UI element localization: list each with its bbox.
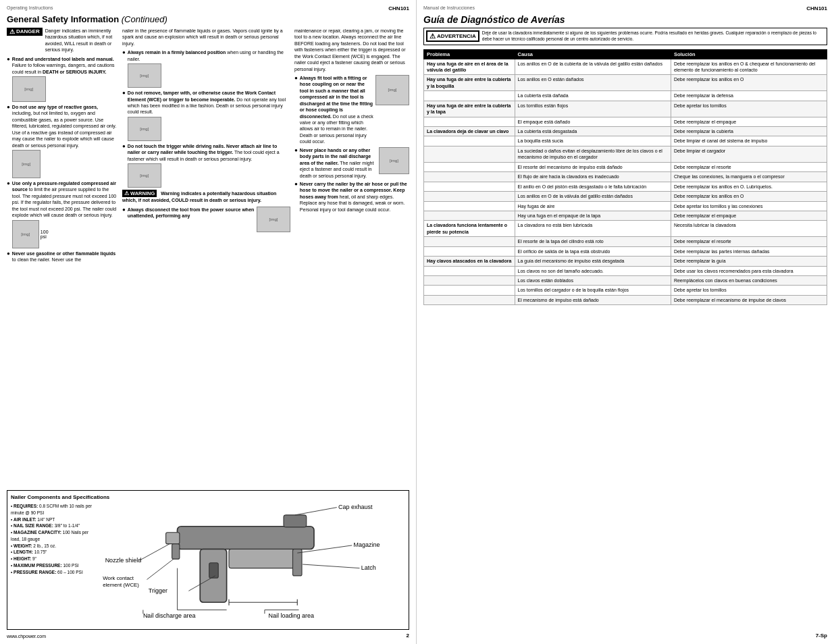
safety-image-4: [img] [128,63,161,88]
svg-rect-3 [209,563,219,579]
cell-problema [424,295,515,304]
list-item: ● Read and understand tool labels and ma… [7,56,118,102]
svg-rect-5 [172,544,180,560]
cell-solucion: Debe usar los clavos recomendados para e… [671,266,827,275]
cell-solucion: Debe reemplazar las partes internas daña… [671,246,827,256]
cell-problema [424,162,515,171]
table-row: Hay una fuga de aire entre la cubierta y… [424,75,827,91]
cell-problema [424,91,515,101]
diag-title: Guía de Diagnóstico de Averías [423,14,827,25]
cell-causa: La cubierta está desgastada [515,127,671,136]
cell-problema [424,286,515,295]
cell-problema [424,237,515,246]
pressure-image-area: [img] 100psi [12,220,118,248]
safety-image-3: [img] [12,220,39,248]
list-item: ● Do not remove, tamper with, or otherwi… [122,90,290,141]
cell-causa: La clavadora no está bien lubricada [515,221,671,237]
nailer-diagram: Cap exhaust Nozzle shield Trigger Work c… [101,503,405,626]
cell-solucion: Reemplácelos con clavos en buenas condic… [671,276,827,286]
danger-box: DANGER Danger indicates an imminently ha… [7,28,118,53]
cell-causa: El empaque está dañado [515,117,671,126]
cell-problema: Hay una fuga de aire entre la cubierta y… [424,75,515,91]
svg-text:Cap exhaust: Cap exhaust [338,504,373,510]
cell-solucion: Cheque las conexiones, la manguera o el … [671,172,827,182]
warning-label: WARNING [122,190,157,197]
right-header-label: Manual de Instrucciones [423,5,475,10]
advertencia-box: ADVERTENCIA Deje de usar la clavadora in… [423,28,827,45]
cell-causa: El anillo en O del pistón está desgastad… [515,182,671,191]
list-item: ● Always disconnect the tool from the po… [122,207,290,232]
cell-solucion: Debe reemplazar el resorte [671,162,827,171]
list-item: • LENGTH: 10.75" [11,549,99,556]
cell-causa: Los clavos no son del tamaño adecuado. [515,266,671,275]
warning-block: WARNING Warning indicates a potentially … [122,190,290,203]
svg-text:Work contact: Work contact [103,575,134,581]
cell-solucion: Debe apretar los tornillos [671,101,827,117]
cell-problema [424,201,515,211]
cell-problema [424,276,515,286]
list-item: • REQUIRES: 0.8 SCFM with 10 nails per m… [11,503,99,516]
cell-solucion: Debe reemplazar los anillos en O. Lubríq… [671,182,827,191]
left-col1: DANGER Danger indicates an imminently ha… [7,28,118,486]
svg-text:Magazine: Magazine [354,541,380,548]
list-item: • MAGAZINE CAPACITY: 100 Nails per load,… [11,529,99,543]
svg-rect-0 [178,527,315,549]
cell-solucion: Debe reemplazar los anillos en O [671,75,827,91]
nailer-section-title: Nailer Components and Specifications [11,494,405,500]
cell-causa: Los anillos en O de la válvula del gatil… [515,192,671,201]
list-item: ● Always fit tool with a fitting or hose… [294,75,409,145]
right-panel: Manual de Instrucciones CHN101 Guía de D… [417,0,834,644]
cell-problema [424,136,515,146]
svg-line-29 [303,564,359,568]
cell-problema: Hay una fuga de aire en el área de la vá… [424,59,515,75]
left-section-title: General Safety Information (Continued) [7,14,409,26]
list-item: ● Do not use any type of reactive gases,… [7,104,118,178]
svg-line-13 [139,544,170,561]
table-row: La clavadora deja de clavar un clavoLa c… [424,127,827,136]
nailer-content: • REQUIRES: 0.8 SCFM with 10 nails per m… [11,503,405,626]
table-row: La boquilla está suciaDebe limpiar el ca… [424,136,827,146]
table-row: Hay clavos atascados en la clavadoraLa g… [424,257,827,266]
cell-solucion: Debe limpiar el cargador [671,146,827,162]
left-col3: maintenance or repair, clearing a jam, o… [294,28,409,486]
table-row: La cubierta está dañadaDebe reemplazar l… [424,91,827,101]
list-item: • PRESSURE RANGE: 60 – 100 PSI [11,569,99,576]
table-row: El resorte de la tapa del cilindro está … [424,237,827,246]
table-header-causa: Causa [515,49,671,59]
cell-solucion: Debe apretar los tornillos [671,286,827,295]
cell-causa: Hay fugas de aire [515,201,671,211]
cell-causa: La cubierta está dañada [515,91,671,101]
safety-image-8: [img] [375,75,409,105]
cell-causa: El resorte de la tapa del cilindro está … [515,237,671,246]
table-row: El orificio de salida de la tapa está ob… [424,246,827,256]
left-col2: nailer in the presence of flammable liqu… [122,28,290,486]
cell-causa: Hay una fuga en el empaque de la tapa [515,211,671,220]
svg-text:Latch: Latch [361,564,376,571]
list-item: ● Always remain in a firmly balanced pos… [122,49,290,88]
cell-problema: Hay una fuga de aire entre la cubierta y… [424,101,515,117]
left-content: DANGER Danger indicates an imminently ha… [7,28,409,486]
table-header-problema: Problema [424,49,515,59]
list-item: ● Do not touch the trigger while driving… [122,143,290,188]
table-row: Hay una fuga de aire en el área de la vá… [424,59,827,75]
list-item: ● Use only a pressure-regulated compress… [7,180,118,248]
footer-url: www.chpower.com [7,634,46,639]
cell-solucion: Debe apretar los tornillos y las conexio… [671,201,827,211]
list-item: • WEIGHT: 2 lb., 15 oz. [11,543,99,549]
cell-problema [424,266,515,275]
svg-line-11 [295,508,337,515]
table-row: Hay una fuga de aire entre la cubierta y… [424,101,827,117]
left-panel: Operating Instructions CHN101 General Sa… [0,0,417,644]
table-row: El resorte del mecanismo de impulso está… [424,162,827,171]
right-header-code: CHN101 [806,5,827,11]
diagnostics-table: Problema Causa Solución Hay una fuga de … [423,49,827,306]
table-header-solucion: Solución [671,49,827,59]
cell-causa: La boquilla está sucia [515,136,671,146]
cell-solucion: Debe reemplazar el empaque [671,117,827,126]
table-row: Hay fugas de aireDebe apretar los tornil… [424,201,827,211]
danger-label: DANGER [7,28,43,36]
safety-image-7: [img] [257,207,290,232]
cell-solucion: Debe reemplazar los anillos en O & chequ… [671,59,827,75]
table-row: Hay una fuga en el empaque de la tapaDeb… [424,211,827,220]
safety-image-6: [img] [128,163,161,188]
